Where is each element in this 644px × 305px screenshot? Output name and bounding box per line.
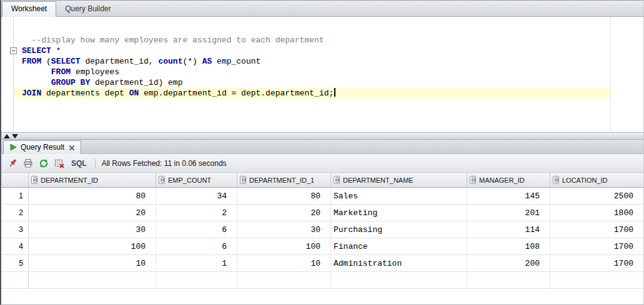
print-icon[interactable] (22, 158, 34, 169)
sort-indicator-icon[interactable] (334, 176, 340, 184)
table-row (1, 272, 643, 289)
tab-worksheet-label: Worksheet (11, 4, 47, 13)
table-cell[interactable]: Administration (331, 255, 467, 271)
refresh-icon[interactable] (38, 158, 49, 169)
table-cell[interactable]: 6 (156, 238, 237, 254)
table-cell[interactable]: 10 (29, 255, 156, 271)
run-play-icon (9, 143, 17, 151)
code-line[interactable]: SELECT * (14, 46, 643, 56)
table-cell[interactable]: Purchasing (331, 221, 467, 238)
code-line[interactable]: JOIN departments dept ON emp.department_… (14, 88, 643, 99)
table-cell[interactable]: 114 (467, 221, 550, 238)
column-header[interactable]: LOCATION_ID (550, 173, 644, 187)
column-header[interactable]: DEPARTMENT_NAME (331, 173, 467, 187)
table-cell[interactable]: 200 (467, 255, 550, 271)
table-cell[interactable]: 30 (29, 221, 156, 238)
table-cell[interactable]: Finance (331, 238, 467, 254)
table-cell[interactable]: 20 (237, 205, 331, 221)
table-cell[interactable]: 1700 (550, 255, 644, 271)
sql-text: department_id, (81, 57, 159, 66)
sort-indicator-icon[interactable] (240, 176, 246, 184)
code-line[interactable]: FROM employees (14, 67, 643, 77)
sql-keyword: count (158, 57, 182, 66)
row-number[interactable]: 3 (1, 221, 29, 238)
pin-icon[interactable] (7, 158, 18, 169)
table-cell[interactable]: 1 (156, 255, 237, 271)
table-cell[interactable]: 100 (237, 238, 331, 254)
table-cell[interactable]: 100 (29, 238, 156, 254)
splitter-down-arrow-icon[interactable] (12, 134, 18, 138)
sql-button[interactable]: SQL (69, 159, 89, 168)
clear-grid-icon[interactable] (54, 158, 65, 169)
table-cell[interactable]: 2500 (550, 188, 644, 204)
grid-header: DEPARTMENT_IDEMP_COUNTDEPARTMENT_ID_1DEP… (1, 173, 643, 188)
sql-text: employees (71, 67, 119, 77)
sql-text: ( (41, 57, 51, 66)
sort-indicator-icon[interactable] (31, 176, 37, 184)
row-number[interactable]: 5 (1, 255, 29, 271)
sort-indicator-icon[interactable] (470, 176, 476, 184)
table-cell[interactable]: 80 (237, 188, 331, 204)
table-cell[interactable]: 6 (156, 221, 237, 238)
table-cell[interactable]: Sales (331, 188, 467, 204)
table-cell[interactable] (331, 272, 467, 288)
row-number[interactable] (1, 272, 29, 288)
table-cell[interactable]: 201 (467, 205, 550, 221)
column-header[interactable]: DEPARTMENT_ID_1 (237, 173, 331, 187)
pane-splitter[interactable] (1, 132, 643, 140)
code-fold-collapse-icon[interactable] (10, 47, 17, 54)
column-header[interactable]: DEPARTMENT_ID (29, 173, 156, 187)
column-header-label: DEPARTMENT_ID_1 (249, 177, 314, 184)
column-header[interactable]: EMP_COUNT (156, 173, 237, 187)
tab-worksheet[interactable]: Worksheet (2, 1, 56, 17)
table-cell[interactable]: 34 (156, 188, 237, 204)
table-row: 510110Administration2001700 (1, 255, 643, 272)
table-cell[interactable]: 80 (29, 188, 156, 204)
code-line[interactable] (14, 24, 643, 35)
sql-keyword: FROM (22, 57, 41, 66)
result-tabbar: Query Result (1, 140, 643, 154)
tab-query-result[interactable]: Query Result (3, 140, 81, 154)
editor-gutter (1, 17, 14, 132)
table-cell[interactable]: Marketing (331, 205, 467, 221)
table-row: 330630Purchasing1141700 (1, 221, 643, 238)
splitter-up-arrow-icon[interactable] (4, 134, 10, 138)
table-cell[interactable]: 1800 (550, 205, 644, 221)
right-margin-guide (610, 17, 611, 132)
sql-text: (*) (182, 57, 202, 66)
sql-text: emp.department_id = dept.department_id; (139, 89, 334, 98)
table-cell[interactable]: 2 (156, 205, 237, 221)
table-cell[interactable]: 108 (467, 238, 550, 254)
table-cell[interactable] (156, 272, 237, 288)
row-number[interactable]: 4 (1, 238, 29, 254)
column-header-label: DEPARTMENT_ID (41, 177, 98, 184)
close-icon[interactable] (69, 145, 75, 150)
sql-text: * (51, 46, 61, 56)
tab-query-builder[interactable]: Query Builder (56, 2, 119, 16)
sql-keyword: SELECT (22, 46, 51, 56)
row-number[interactable]: 1 (1, 188, 29, 204)
table-cell[interactable] (237, 272, 331, 288)
table-cell[interactable] (550, 272, 644, 288)
code-line[interactable]: GROUP BY department_id) emp (14, 77, 643, 88)
table-row: 220220Marketing2011800 (1, 205, 643, 221)
column-header-label: DEPARTMENT_NAME (343, 177, 414, 184)
row-number[interactable]: 2 (1, 205, 29, 221)
table-cell[interactable]: 10 (237, 255, 331, 271)
code-area[interactable]: --display how many employees are assigne… (14, 24, 643, 99)
sort-indicator-icon[interactable] (553, 176, 559, 184)
code-line[interactable]: FROM (SELECT department_id, count(*) AS … (14, 56, 643, 67)
table-cell[interactable]: 30 (237, 221, 331, 238)
table-cell[interactable]: 1700 (550, 238, 644, 254)
table-cell[interactable]: 20 (29, 205, 156, 221)
sql-text: department_id) emp (90, 78, 182, 87)
code-line[interactable]: --display how many employees are assigne… (14, 35, 643, 46)
table-cell[interactable]: 145 (467, 188, 550, 204)
row-number-header[interactable] (1, 173, 29, 187)
sort-indicator-icon[interactable] (159, 176, 165, 184)
table-cell[interactable]: 1700 (550, 221, 644, 238)
table-cell[interactable] (29, 272, 156, 288)
sql-editor[interactable]: --display how many employees are assigne… (1, 17, 643, 132)
table-cell[interactable] (467, 272, 550, 288)
column-header[interactable]: MANAGER_ID (467, 173, 550, 187)
